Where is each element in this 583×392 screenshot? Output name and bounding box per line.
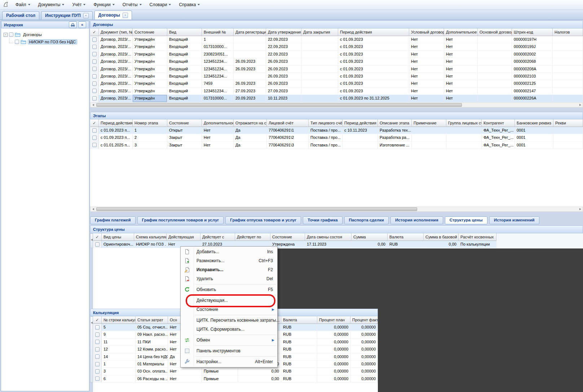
grid-cell[interactable]: 12 (102, 346, 136, 353)
grid-cell[interactable]: Прямые (202, 375, 238, 382)
grid-cell[interactable]: 0001 (515, 142, 553, 149)
grid-cell[interactable]: 2 (133, 134, 167, 141)
column-header[interactable]: Документ (тип, № (99, 28, 133, 36)
column-header[interactable]: Лицевой счёт (267, 119, 309, 127)
grid-cell[interactable]: с 01.09.2023 (338, 58, 409, 65)
grid-cell[interactable]: 0,00000 (317, 346, 350, 353)
grid-cell[interactable]: Входящий (167, 36, 202, 43)
grid-cell[interactable]: 3 (102, 368, 136, 375)
tree-item-2[interactable]: НИОКР по ГОЗ без НДС (1, 38, 89, 45)
row-checkbox[interactable] (92, 82, 97, 86)
grid-cell[interactable] (446, 142, 482, 149)
grid-cell[interactable]: 22.09.2023 (266, 43, 301, 50)
grid-cell[interactable]: Разработка тех... (378, 127, 412, 134)
table-row[interactable]: Договор, 2023/...УтверждёнВходящий122.09… (90, 36, 583, 43)
column-header[interactable]: Период действия (338, 28, 409, 36)
grid-cell[interactable] (478, 43, 512, 50)
column-header[interactable]: Тип лицевого счёт (309, 119, 343, 127)
row-checkbox[interactable] (95, 347, 100, 352)
grid-cell[interactable]: 1 (202, 36, 234, 43)
grid-cell[interactable]: 0,00000 (317, 324, 350, 331)
grid-cell[interactable]: Договор, 2023/... (99, 88, 133, 94)
grid-cell[interactable]: Нет (409, 58, 444, 65)
grid-cell[interactable]: 12 Комм. расхо... (136, 346, 168, 353)
grid-cell[interactable]: Нет (168, 368, 202, 375)
grid-cell[interactable]: ФА_Техн_Рег_... (482, 127, 515, 134)
grid-cell[interactable]: Нет (444, 88, 478, 94)
column-header[interactable]: Период действия л (343, 119, 378, 127)
menubar-item-1[interactable]: Файл (12, 1, 34, 8)
grid-scroll-left-button[interactable] (90, 316, 93, 383)
grid-cell[interactable]: с 01.09.2023 (338, 66, 409, 72)
grid-cell[interactable]: Нет (202, 142, 234, 149)
column-header[interactable]: Валюта (281, 316, 317, 324)
grid-cell[interactable]: RUB (281, 339, 317, 345)
detail-tab-2[interactable]: График поступления товаров и услуг (137, 216, 224, 224)
grid-cell[interactable]: Нет (168, 375, 202, 382)
column-header[interactable]: Условный договор (409, 28, 444, 36)
row-checkbox[interactable] (95, 362, 100, 366)
context-menu-item[interactable]: Исправить...F2 (181, 265, 277, 274)
grid-cell[interactable]: 0,00 (424, 241, 459, 248)
column-header[interactable]: Действует по (235, 233, 270, 241)
row-checkbox[interactable] (95, 369, 100, 374)
grid-cell[interactable]: Нет (409, 73, 444, 80)
grid-cell[interactable]: 6 (102, 375, 136, 382)
context-menu-item[interactable]: ЦИТК. Пересчитать косвенные затраты... (181, 316, 277, 325)
context-menu-item[interactable]: Обмен▶ (181, 336, 277, 345)
grid-cell[interactable]: 09 Накл. расхо... (136, 331, 168, 338)
grid-cell[interactable]: 123451234... (202, 73, 234, 80)
grid-cell[interactable]: Входящий (167, 58, 202, 65)
grid-cell[interactable]: 0,00000 (350, 353, 378, 360)
grid-cell[interactable] (301, 95, 338, 102)
grid-cell[interactable]: Нет (409, 88, 444, 94)
grid-cell[interactable]: Нет (444, 73, 478, 80)
row-checkbox[interactable] (92, 136, 97, 140)
grid-cell[interactable]: 0,00000 (350, 339, 378, 345)
context-menu-item[interactable]: УдалитьDel (181, 274, 277, 283)
grid-cell[interactable] (301, 51, 338, 58)
grid-cell[interactable]: 123451234... (202, 58, 234, 65)
row-checkbox[interactable] (92, 52, 97, 56)
grid-cell[interactable]: 123451234... (202, 88, 234, 94)
menubar-item-3[interactable]: Учёт (68, 1, 89, 8)
grid-cell[interactable]: Входящий (167, 66, 202, 72)
grid-cell[interactable]: Нет (202, 134, 234, 141)
grid-cell[interactable]: 017310000... (202, 43, 234, 50)
grid-cell[interactable]: 0,00 (352, 241, 388, 248)
grid-cell[interactable]: 0,00000 (350, 331, 378, 338)
grid-cell[interactable]: с 01.09.2023 (338, 88, 409, 94)
column-header[interactable]: Дополнительное с (444, 28, 478, 36)
grid-cell[interactable]: 0,00000 (317, 361, 350, 367)
column-header[interactable]: Дата утверждения (266, 28, 301, 36)
table-row[interactable]: Договор, 2023/...УтверждёнВходящий123451… (90, 73, 583, 80)
detail-tab-8[interactable]: История изменений (489, 216, 539, 224)
context-menu-item[interactable]: Состояние▶ (181, 305, 277, 314)
grid-cell[interactable]: 03 Осн. оплата... (136, 368, 168, 375)
grid-cell[interactable] (553, 58, 583, 65)
grid-cell[interactable]: 22.09.2023 (266, 51, 301, 58)
column-header[interactable]: Процент факт (350, 316, 378, 324)
column-header[interactable]: Дата закрытия (301, 28, 338, 36)
grid-cell[interactable]: Утверждён (133, 43, 167, 50)
grid-cell[interactable]: 14 Цена без НДС (136, 353, 168, 360)
grid-cell[interactable]: 0,00000 (350, 361, 378, 367)
grid-cell[interactable]: 000000226A (512, 95, 553, 102)
column-header[interactable]: Основной договор (478, 28, 512, 36)
grid-cell[interactable]: 10.11.2023 (266, 95, 301, 102)
grid-cell[interactable]: 26.09.2023 (266, 80, 301, 87)
menubar-item-2[interactable]: Документы (34, 1, 69, 8)
grid-cell[interactable]: 0,00000 (317, 331, 350, 338)
grid-cell[interactable]: Входящий (167, 80, 202, 87)
grid-cell[interactable]: Разработка ра... (378, 134, 412, 141)
grid-cell[interactable]: 0,00000 (350, 368, 378, 375)
column-header[interactable]: Дополнительное с (202, 119, 234, 127)
grid-cell[interactable]: 0,00 (238, 375, 281, 382)
grid-cell[interactable]: 0000002125 (512, 80, 553, 87)
grid-cell[interactable]: Договор, 2023/... (99, 36, 133, 43)
row-checkbox[interactable] (92, 89, 97, 93)
grid-cell[interactable]: Поставка / про... (309, 134, 343, 141)
grid-cell[interactable]: Входящий (167, 43, 202, 50)
grid-cell[interactable]: Нет (409, 80, 444, 87)
column-header[interactable]: Контрагент (482, 119, 515, 127)
